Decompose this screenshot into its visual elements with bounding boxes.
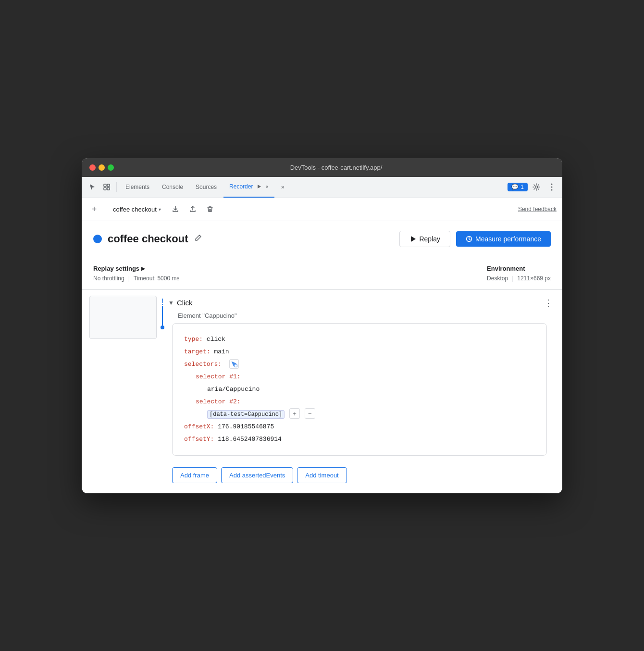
recording-title-area: coffee checkout <box>93 233 202 245</box>
recording-status-dot <box>93 235 102 243</box>
step-name-label: Click <box>177 299 193 307</box>
add-asserted-events-button[interactable]: Add assertedEvents <box>221 467 293 483</box>
environment-type: Desktop <box>487 275 508 282</box>
step-thumbnail <box>89 296 157 339</box>
window-title: DevTools - coffee-cart.netlify.app/ <box>118 164 555 171</box>
devtools-more-icon[interactable] <box>545 180 558 194</box>
type-value-text: click <box>207 336 225 343</box>
target-key: target: <box>184 348 211 355</box>
recording-selector-name: coffee checkout <box>113 206 157 213</box>
tab-separator-1 <box>116 182 117 192</box>
throttling-value: No throttling <box>93 275 124 282</box>
chevron-down-icon: ▾ <box>159 207 161 212</box>
svg-point-8 <box>551 189 553 191</box>
send-feedback-link[interactable]: Send feedback <box>518 206 557 213</box>
replay-settings-section: Replay settings ▶ No throttling | Timeou… <box>82 257 562 290</box>
tab-actions: 💬 1 <box>508 180 558 194</box>
environment-details: Desktop | 1211×669 px <box>487 275 551 282</box>
devtools-window: DevTools - coffee-cart.netlify.app/ Elem… <box>82 158 562 493</box>
svg-marker-4 <box>258 185 261 188</box>
code-selector2-value-line: [data-test=Cappucino] + − <box>184 408 535 421</box>
measure-button-label: Measure performance <box>475 235 541 243</box>
message-counter-badge[interactable]: 💬 1 <box>508 183 528 191</box>
close-button[interactable] <box>89 164 96 171</box>
tab-recorder[interactable]: Recorder × <box>223 176 274 198</box>
devtools-settings-icon[interactable] <box>530 180 543 194</box>
recording-header: coffee checkout Replay <box>82 221 562 257</box>
devtools-content: Elements Console Sources Recorder × » 💬 … <box>82 177 562 493</box>
measure-performance-button[interactable]: Measure performance <box>456 231 551 247</box>
selector-inspect-icon <box>229 359 239 369</box>
code-selector1-value-line: aria/Cappucino <box>184 383 535 396</box>
tab-recorder-label: Recorder <box>229 183 253 190</box>
add-frame-button[interactable]: Add frame <box>172 467 217 483</box>
add-timeout-button[interactable]: Add timeout <box>297 467 347 483</box>
step-content: ▼ Click ⋮ Element "Cappucino" type: clic… <box>168 296 555 487</box>
code-selector2-line: selector #2: <box>184 396 535 408</box>
offsetX-key: offsetX: <box>184 423 214 430</box>
environment-size: 1211×669 px <box>517 275 551 282</box>
step-action-buttons: Add frame Add assertedEvents Add timeout <box>168 460 555 487</box>
selector-add-button[interactable]: + <box>289 408 300 419</box>
cursor-tool-icon[interactable] <box>86 180 99 194</box>
svg-rect-1 <box>107 184 110 187</box>
counter-value: 1 <box>520 184 524 190</box>
selector-remove-button[interactable]: − <box>305 408 315 419</box>
svg-point-5 <box>535 186 538 188</box>
code-offsetX-line: offsetX: 176.90185546875 <box>184 421 535 433</box>
minimize-button[interactable] <box>99 164 105 171</box>
import-button[interactable] <box>186 202 199 216</box>
recording-title: coffee checkout <box>108 233 188 245</box>
selector1-key: selector #1: <box>196 373 241 380</box>
selector2-key: selector #2: <box>196 398 241 405</box>
code-selectors-line: selectors: <box>184 358 535 371</box>
timeout-value: Timeout: 5000 ms <box>134 275 180 282</box>
selector-inspect-button[interactable] <box>229 361 239 368</box>
settings-right: Environment Desktop | 1211×669 px <box>487 265 551 282</box>
selectors-key: selectors: <box>184 361 222 368</box>
environment-label: Environment <box>487 265 525 272</box>
add-recording-button[interactable]: + <box>87 202 101 216</box>
svg-point-7 <box>551 187 553 188</box>
tab-bar: Elements Console Sources Recorder × » 💬 … <box>82 177 562 198</box>
tab-console[interactable]: Console <box>156 176 189 198</box>
offsetY-value-text: 118.6452407836914 <box>218 436 282 443</box>
header-actions: Replay Measure performance <box>399 231 551 247</box>
tab-more[interactable]: » <box>275 176 290 198</box>
svg-rect-2 <box>104 188 106 190</box>
tab-elements[interactable]: Elements <box>120 176 155 198</box>
step-code-block: type: click target: main selectors: <box>172 323 547 456</box>
traffic-lights <box>89 164 114 171</box>
step-more-button[interactable]: ⋮ <box>542 296 555 310</box>
edit-title-icon[interactable] <box>194 234 202 244</box>
svg-rect-3 <box>107 188 110 190</box>
step-indicator-dot <box>161 326 164 329</box>
settings-expand-arrow: ▶ <box>141 266 145 271</box>
title-bar: DevTools - coffee-cart.netlify.app/ <box>82 158 562 177</box>
step-collapse-arrow[interactable]: ▼ <box>168 300 174 306</box>
settings-left: Replay settings ▶ No throttling | Timeou… <box>93 265 179 282</box>
inspect-tool-icon[interactable] <box>100 180 113 194</box>
code-selector1-line: selector #1: <box>184 371 535 383</box>
replay-button[interactable]: Replay <box>399 231 450 247</box>
step-element-label: Element "Cappucino" <box>178 312 555 319</box>
toolbar-separator <box>105 204 105 214</box>
maximize-button[interactable] <box>108 164 114 171</box>
selector1-value: aria/Cappucino <box>207 386 260 393</box>
code-offsetY-line: offsetY: 118.6452407836914 <box>184 433 535 446</box>
export-button[interactable] <box>169 202 182 216</box>
svg-rect-0 <box>104 184 106 187</box>
environment-title: Environment <box>487 265 551 272</box>
replay-button-label: Replay <box>419 235 440 243</box>
recorder-toolbar: + coffee checkout ▾ <box>82 198 562 221</box>
recording-selector[interactable]: coffee checkout ▾ <box>109 204 165 215</box>
target-value-text: main <box>214 348 229 355</box>
tab-sources[interactable]: Sources <box>190 176 223 198</box>
delete-button[interactable] <box>203 202 217 216</box>
counter-icon: 💬 <box>511 184 519 190</box>
recorder-tab-close[interactable]: × <box>265 184 268 189</box>
replay-settings-title[interactable]: Replay settings ▶ <box>93 265 179 272</box>
offsetY-key: offsetY: <box>184 436 214 443</box>
step-header: ▼ Click ⋮ <box>168 296 555 310</box>
svg-rect-11 <box>235 364 237 367</box>
